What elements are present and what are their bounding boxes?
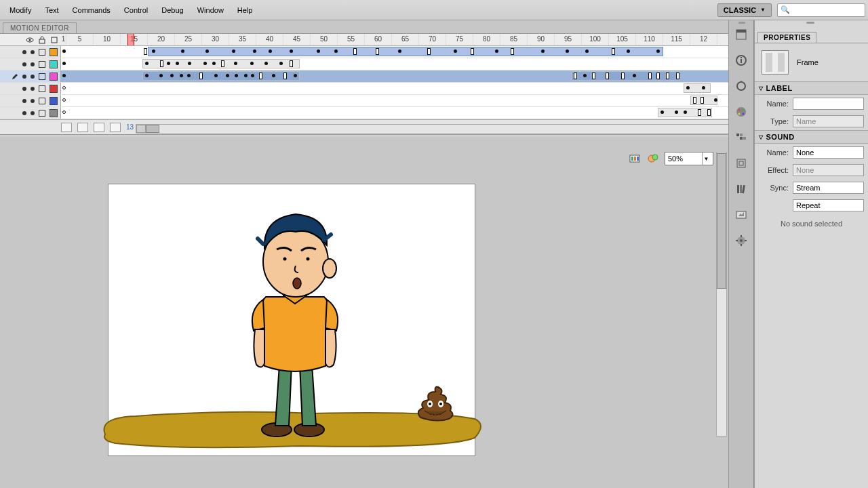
info-panel-icon[interactable]	[733, 53, 749, 68]
library-panel-icon[interactable]	[733, 182, 749, 197]
svg-rect-25	[741, 57, 742, 58]
sound-name-label: Name:	[759, 148, 789, 157]
select-value: None	[796, 148, 814, 157]
chevron-down-icon: ▼	[760, 7, 766, 13]
menu-window[interactable]: Window	[191, 3, 231, 17]
zoom-value: 50%	[668, 155, 683, 163]
svg-point-1	[29, 39, 31, 41]
sound-sync-select[interactable]: Stream	[793, 182, 864, 194]
poop-character[interactable]	[414, 384, 458, 424]
outline-icon[interactable]	[50, 36, 58, 44]
svg-rect-49	[736, 240, 738, 241]
edit-symbol-icon[interactable]	[647, 153, 659, 164]
chevron-down-icon: ▼	[702, 152, 710, 165]
svg-point-18	[429, 403, 431, 405]
ruler-tick: 85	[500, 34, 528, 45]
sound-effect-select[interactable]: None	[793, 164, 864, 176]
label-type-select[interactable]: Name	[793, 115, 864, 127]
timeline-btn[interactable]	[94, 123, 104, 132]
search-input[interactable]	[793, 6, 862, 14]
label-name-label: Name:	[759, 100, 789, 108]
sound-repeat-select[interactable]: Repeat	[793, 199, 864, 211]
svg-point-20	[439, 403, 442, 405]
swatches-panel-icon[interactable]	[733, 130, 749, 145]
svg-rect-37	[743, 137, 746, 140]
svg-rect-36	[740, 137, 743, 140]
svg-rect-2	[39, 39, 45, 43]
ruler-tick: 30	[202, 34, 229, 45]
boy-character[interactable]	[244, 209, 346, 439]
svg-rect-22	[736, 30, 746, 33]
menu-text[interactable]: Text	[38, 3, 65, 17]
scene-panel-icon[interactable]	[733, 207, 749, 222]
svg-point-31	[738, 113, 741, 115]
svg-rect-7	[637, 157, 639, 161]
scroll-left-icon[interactable]	[136, 125, 146, 133]
ruler-tick: 10	[94, 34, 121, 45]
timeline-btn[interactable]	[110, 123, 121, 132]
color-panel-icon[interactable]	[733, 104, 749, 119]
section-label[interactable]: ▽ LABEL	[755, 81, 868, 95]
ruler-tick: 20	[148, 34, 175, 45]
ruler-tick: 95	[555, 34, 582, 45]
ruler-tick: 35	[229, 34, 256, 45]
svg-point-9	[652, 155, 658, 160]
svg-rect-39	[739, 161, 743, 165]
workspace-switcher[interactable]: CLASSIC ▼	[717, 3, 772, 17]
scroll-thumb[interactable]	[717, 153, 726, 289]
ruler-tick: 55	[338, 34, 365, 45]
lock-icon[interactable]	[38, 36, 46, 44]
ruler-tick: 60	[365, 34, 392, 45]
menu-help[interactable]: Help	[231, 3, 260, 17]
zoom-select[interactable]: 50% ▼	[665, 152, 713, 165]
select-value: Stream	[796, 184, 820, 192]
ruler-tick: 50	[311, 34, 338, 45]
ruler-tick: 15	[121, 34, 148, 45]
components-panel-icon[interactable]	[733, 233, 749, 248]
search-box[interactable]: 🔍	[777, 3, 865, 17]
tab-properties[interactable]: PROPERTIES	[757, 32, 816, 43]
stage-area: 50% ▼	[0, 137, 728, 488]
label-type-label: Type:	[759, 117, 789, 125]
svg-point-13	[323, 259, 336, 278]
svg-rect-38	[737, 159, 745, 167]
timeline-btn[interactable]	[61, 123, 72, 132]
scroll-thumb[interactable]	[146, 125, 159, 133]
menu-debug[interactable]: Debug	[155, 3, 190, 17]
properties-header-type: Frame	[797, 58, 818, 66]
timeline-btn[interactable]	[77, 123, 88, 132]
select-value: Repeat	[796, 201, 820, 209]
svg-point-15	[307, 258, 310, 261]
svg-point-16	[293, 278, 301, 289]
tab-motion-editor[interactable]: MOTION EDITOR	[3, 22, 77, 33]
ruler-tick: 25	[175, 34, 202, 45]
svg-point-29	[743, 109, 745, 111]
menu-control[interactable]: Control	[117, 3, 155, 17]
menu-commands[interactable]: Commands	[66, 3, 117, 17]
transform-panel-icon[interactable]	[733, 79, 749, 94]
pencil-icon	[12, 73, 18, 80]
svg-rect-32	[736, 134, 739, 136]
sound-sync-label: Sync:	[759, 184, 789, 192]
ruler-tick: 80	[473, 34, 500, 45]
no-sound-text: No sound selected	[755, 214, 868, 233]
section-sound[interactable]: ▽ SOUND	[755, 130, 868, 144]
ruler-tick: 12	[690, 34, 717, 45]
eye-icon[interactable]	[26, 36, 34, 44]
menu-items: Modify Text Commands Control Debug Windo…	[3, 3, 259, 17]
ruler-tick: 65	[392, 34, 419, 45]
sound-name-select[interactable]: None	[793, 146, 864, 159]
tools-panel-icon[interactable]	[733, 27, 749, 42]
menu-modify[interactable]: Modify	[3, 3, 38, 17]
stage-vscroll[interactable]	[716, 152, 727, 436]
ruler-tick: 75	[446, 34, 473, 45]
edit-scene-icon[interactable]	[629, 153, 642, 164]
stage-canvas[interactable]	[108, 184, 475, 455]
menu-bar: Modify Text Commands Control Debug Windo…	[0, 0, 868, 20]
svg-rect-48	[741, 244, 742, 246]
twisty-icon: ▽	[759, 134, 764, 140]
align-panel-icon[interactable]	[733, 156, 749, 171]
sound-effect-label: Effect:	[759, 166, 789, 174]
label-name-input[interactable]	[793, 98, 864, 110]
ruler-tick: 90	[528, 34, 555, 45]
